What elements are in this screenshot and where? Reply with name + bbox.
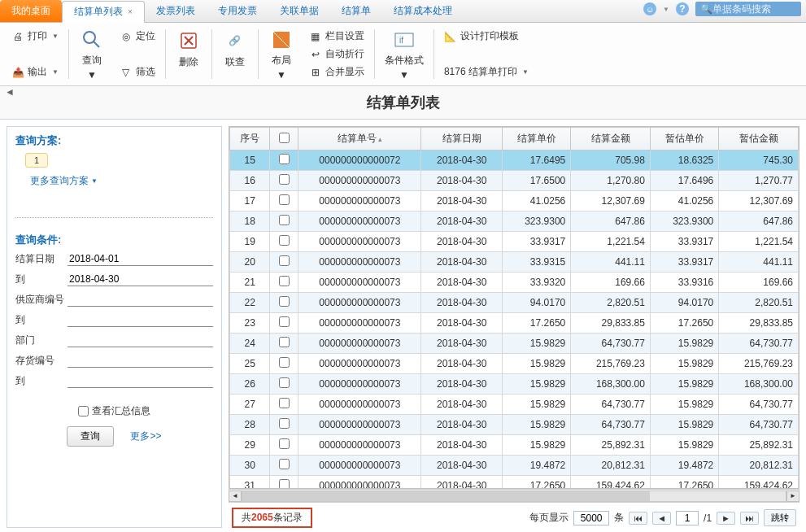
row-checkbox[interactable]: [279, 235, 290, 246]
print-button[interactable]: 🖨打印▼: [8, 28, 62, 45]
cond-format-button[interactable]: if条件格式▼: [378, 26, 430, 82]
scroll-track[interactable]: [242, 491, 786, 502]
row-checkbox[interactable]: [279, 215, 290, 225]
row-checkbox[interactable]: [279, 479, 290, 489]
jump-button[interactable]: 跳转: [764, 509, 796, 526]
print-8176-button[interactable]: 8176 结算单打印▼: [441, 63, 532, 81]
row-checkbox[interactable]: [279, 316, 290, 327]
col-header[interactable]: 暂估金额: [719, 128, 799, 150]
table-row[interactable]: 290000000000000732018-04-3015.982925,892…: [230, 435, 799, 456]
global-search[interactable]: 🔍: [695, 2, 801, 16]
row-checkbox[interactable]: [279, 174, 290, 185]
row-checkbox[interactable]: [279, 154, 290, 164]
table-row[interactable]: 170000000000000732018-04-3041.025612,307…: [230, 191, 799, 211]
dept-input[interactable]: [68, 334, 213, 347]
more-link[interactable]: 更多>>: [130, 430, 161, 443]
table-row[interactable]: 260000000000000732018-04-3015.9829168,30…: [230, 374, 799, 395]
filter-button[interactable]: ▽筛选: [116, 63, 159, 81]
last-page-button[interactable]: ⏭: [740, 512, 759, 525]
table-row[interactable]: 250000000000000732018-04-3015.9829215,76…: [230, 354, 799, 374]
output-button[interactable]: 📤输出▼: [8, 63, 62, 81]
horizontal-scrollbar[interactable]: ◄ ►: [229, 489, 799, 502]
table-row[interactable]: 210000000000000732018-04-3033.9320169.66…: [230, 273, 799, 293]
table-row[interactable]: 270000000000000732018-04-3015.982964,730…: [230, 395, 799, 415]
layout-button[interactable]: 布局▼: [262, 26, 301, 82]
date-from-input[interactable]: [68, 252, 213, 266]
merge-display-button[interactable]: ⊞合并显示: [306, 63, 368, 81]
tab-special-invoice[interactable]: 专用发票: [207, 0, 268, 22]
supplier-to-input[interactable]: [68, 313, 213, 327]
col-header[interactable]: [270, 128, 298, 150]
table-row[interactable]: 310000000000000732018-04-3017.2650159,42…: [230, 476, 799, 490]
chevron-down-icon[interactable]: ▼: [663, 6, 669, 13]
next-page-button[interactable]: ►: [717, 512, 735, 525]
page-input[interactable]: [676, 511, 699, 525]
table-row[interactable]: 300000000000000732018-04-3019.487220,812…: [230, 456, 799, 476]
chevron-down-icon[interactable]: ▼: [52, 33, 59, 40]
table-row[interactable]: 230000000000000732018-04-3017.265029,833…: [230, 313, 799, 334]
column-settings-button[interactable]: ▦栏目设置: [306, 28, 368, 45]
col-header[interactable]: 暂估单价: [650, 128, 718, 150]
design-template-button[interactable]: 📐设计打印模板: [441, 28, 532, 45]
col-header[interactable]: 序号: [230, 128, 270, 150]
row-checkbox[interactable]: [279, 377, 290, 388]
select-all-checkbox[interactable]: [279, 133, 290, 143]
col-header[interactable]: 结算单价: [502, 128, 570, 150]
delete-button[interactable]: 删除: [169, 26, 208, 82]
summary-checkbox[interactable]: [78, 406, 89, 416]
tab-settlement[interactable]: 结算单: [330, 0, 382, 22]
table-row[interactable]: 180000000000000732018-04-30323.9300647.8…: [230, 211, 799, 232]
first-page-button[interactable]: ⏮: [629, 512, 647, 525]
row-checkbox[interactable]: [279, 296, 290, 307]
row-checkbox[interactable]: [279, 459, 290, 469]
scheme-number[interactable]: 1: [25, 153, 48, 168]
prev-page-button[interactable]: ◄: [652, 512, 671, 525]
chevron-down-icon[interactable]: ▼: [87, 69, 97, 81]
locate-button[interactable]: ◎定位: [116, 28, 159, 45]
date-to-input[interactable]: [68, 273, 213, 286]
collapse-arrow-icon[interactable]: ◄: [5, 86, 15, 98]
link-query-button[interactable]: 🔗联查: [216, 26, 255, 82]
query-btn[interactable]: 查询: [67, 426, 114, 447]
supplier-from-input[interactable]: [68, 293, 213, 307]
auto-wrap-button[interactable]: ↩自动折行: [306, 46, 368, 63]
per-page-input[interactable]: [573, 511, 609, 525]
chevron-down-icon[interactable]: ▼: [399, 69, 409, 81]
tab-desktop[interactable]: 我的桌面: [0, 0, 62, 22]
close-icon[interactable]: ×: [128, 7, 133, 16]
table-row[interactable]: 240000000000000732018-04-3015.982964,730…: [230, 334, 799, 354]
chevron-down-icon[interactable]: ▼: [52, 68, 59, 76]
scroll-thumb[interactable]: [242, 491, 650, 501]
row-checkbox[interactable]: [279, 276, 290, 286]
col-header[interactable]: 结算日期: [421, 128, 502, 150]
col-header[interactable]: 结算单号▴: [298, 128, 421, 150]
search-input[interactable]: [712, 3, 794, 15]
row-checkbox[interactable]: [279, 398, 290, 408]
stock-from-input[interactable]: [68, 354, 213, 368]
scroll-right-icon[interactable]: ►: [786, 491, 799, 502]
table-row[interactable]: 200000000000000732018-04-3033.9315441.11…: [230, 252, 799, 273]
tab-settlement-list[interactable]: 结算单列表×: [62, 1, 145, 23]
smiley-icon[interactable]: ☺: [643, 2, 656, 15]
help-icon[interactable]: ?: [676, 2, 689, 15]
table-row[interactable]: 150000000000000722018-04-3017.6495705.98…: [230, 150, 799, 171]
more-scheme-link[interactable]: 更多查询方案 ▼: [30, 174, 98, 188]
tab-invoice-list[interactable]: 发票列表: [145, 0, 207, 22]
row-checkbox[interactable]: [279, 337, 290, 347]
chevron-down-icon[interactable]: ▼: [522, 68, 529, 76]
table-row[interactable]: 190000000000000732018-04-3033.93171,221.…: [230, 232, 799, 252]
tab-related[interactable]: 关联单据: [268, 0, 330, 22]
table-row[interactable]: 280000000000000732018-04-3015.982964,730…: [230, 415, 799, 435]
row-checkbox[interactable]: [279, 357, 290, 368]
row-checkbox[interactable]: [279, 194, 290, 205]
col-header[interactable]: 结算金额: [571, 128, 651, 150]
tab-cost[interactable]: 结算成本处理: [382, 0, 464, 22]
table-row[interactable]: 160000000000000732018-04-3017.65001,270.…: [230, 171, 799, 191]
row-checkbox[interactable]: [279, 255, 290, 266]
stock-to-input[interactable]: [68, 374, 213, 388]
query-button[interactable]: 查询▼: [72, 26, 111, 82]
table-row[interactable]: 220000000000000732018-04-3094.01702,820.…: [230, 293, 799, 313]
scroll-left-icon[interactable]: ◄: [229, 491, 242, 502]
row-checkbox[interactable]: [279, 438, 290, 449]
row-checkbox[interactable]: [279, 418, 290, 429]
